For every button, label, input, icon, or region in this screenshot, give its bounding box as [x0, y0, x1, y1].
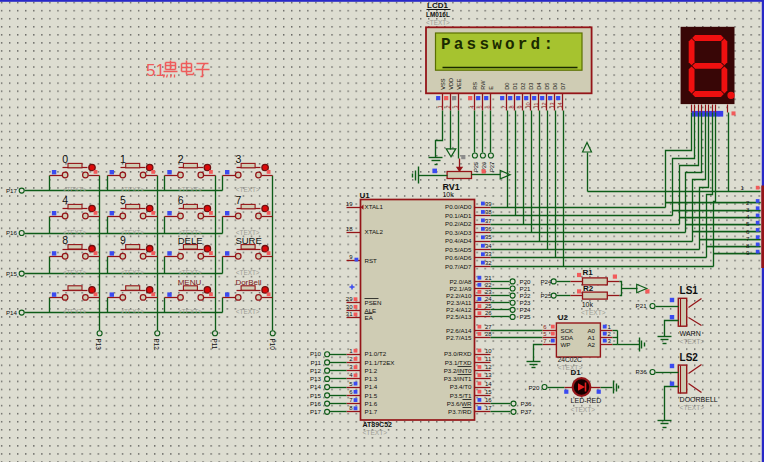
- svg-text:39: 39: [485, 201, 492, 207]
- svg-text:37: 37: [485, 218, 492, 224]
- svg-text:P14: P14: [6, 309, 18, 316]
- svg-text:26: 26: [485, 310, 492, 316]
- svg-text:U1: U1: [360, 191, 371, 200]
- svg-text:8: 8: [746, 242, 750, 249]
- svg-text:D2: D2: [521, 83, 527, 90]
- svg-text:10: 10: [485, 348, 492, 354]
- svg-text:P1.1/T2EX: P1.1/T2EX: [365, 359, 395, 366]
- svg-text:24C02C: 24C02C: [558, 356, 582, 363]
- svg-text:RS: RS: [473, 82, 479, 90]
- svg-text:P2.6/A14: P2.6/A14: [446, 327, 472, 334]
- svg-text:LM016L: LM016L: [426, 11, 450, 18]
- svg-text:1: 1: [741, 184, 745, 191]
- svg-text:P2.0/A8: P2.0/A8: [449, 278, 472, 285]
- svg-text:<TEXT>: <TEXT>: [178, 186, 202, 193]
- svg-text:<TEXT>: <TEXT>: [236, 186, 260, 193]
- svg-text:12: 12: [541, 102, 547, 108]
- svg-text:<TEXT>: <TEXT>: [63, 186, 87, 193]
- svg-text:PSEN: PSEN: [365, 299, 382, 306]
- svg-text:17: 17: [485, 405, 492, 411]
- svg-text:24: 24: [485, 296, 492, 302]
- svg-text:P12: P12: [310, 367, 322, 374]
- svg-text:D4: D4: [537, 83, 543, 90]
- svg-text:P2.1/A9: P2.1/A9: [449, 285, 472, 292]
- svg-text:30: 30: [346, 304, 353, 310]
- svg-text:P2.5/A13: P2.5/A13: [446, 313, 472, 320]
- svg-text:P0.3/AD3: P0.3/AD3: [445, 229, 472, 236]
- svg-text:LCD1: LCD1: [427, 1, 448, 10]
- svg-text:P3.4/T0: P3.4/T0: [450, 383, 472, 390]
- svg-text:13: 13: [549, 102, 555, 108]
- svg-text:E: E: [489, 86, 495, 90]
- svg-text:<TEXT>: <TEXT>: [63, 308, 87, 315]
- svg-text:P1.3: P1.3: [365, 375, 378, 382]
- svg-text:DorBell: DorBell: [235, 278, 261, 287]
- svg-text:13: 13: [485, 372, 492, 378]
- svg-text:5: 5: [120, 194, 126, 206]
- svg-text:8: 8: [62, 234, 68, 246]
- svg-text:6: 6: [178, 194, 184, 206]
- svg-text:22: 22: [485, 282, 492, 288]
- svg-text:25: 25: [485, 303, 492, 309]
- svg-text:11: 11: [533, 103, 539, 109]
- svg-text:P16: P16: [310, 400, 322, 407]
- svg-text:WARN: WARN: [680, 330, 701, 337]
- svg-text:P3.2/INT0: P3.2/INT0: [444, 367, 472, 374]
- svg-text:<TEXT>: <TEXT>: [680, 404, 705, 411]
- svg-text:33: 33: [485, 251, 492, 257]
- svg-text:D3: D3: [529, 83, 535, 90]
- svg-text:P0.1/AD1: P0.1/AD1: [445, 212, 472, 219]
- svg-text:VDD: VDD: [449, 78, 455, 90]
- svg-text:P15: P15: [310, 392, 322, 399]
- svg-text:SCK: SCK: [561, 327, 575, 334]
- svg-text:A1: A1: [587, 334, 595, 341]
- svg-text:P36: P36: [636, 368, 648, 375]
- svg-text:P22: P22: [520, 292, 532, 299]
- svg-text:P0.0/AD0: P0.0/AD0: [445, 203, 472, 210]
- svg-text:U2: U2: [558, 313, 569, 322]
- svg-text:EA: EA: [365, 314, 374, 321]
- svg-text:P2.2/A10: P2.2/A10: [446, 292, 472, 299]
- svg-text:28: 28: [485, 331, 492, 337]
- svg-text:P21: P21: [520, 285, 532, 292]
- svg-text:XTAL2: XTAL2: [365, 228, 384, 235]
- svg-text:D6: D6: [553, 83, 559, 90]
- svg-text:<TEXT>: <TEXT>: [178, 269, 202, 276]
- svg-text:<TEXT>: <TEXT>: [120, 186, 144, 193]
- svg-text:XTAL1: XTAL1: [365, 203, 384, 210]
- svg-text:9: 9: [746, 249, 750, 256]
- svg-text:P0.4/AD4: P0.4/AD4: [445, 237, 472, 244]
- svg-text:3: 3: [453, 105, 459, 108]
- svg-text:SDA: SDA: [561, 334, 575, 341]
- svg-text:P17: P17: [310, 408, 322, 415]
- svg-text:P3.3/INT1: P3.3/INT1: [444, 375, 472, 382]
- svg-text:P23: P23: [520, 299, 532, 306]
- svg-text:4: 4: [746, 213, 750, 220]
- svg-text:2: 2: [445, 105, 451, 108]
- svg-text:9: 9: [120, 234, 126, 246]
- svg-text:3: 3: [235, 153, 241, 165]
- svg-text:7: 7: [501, 105, 507, 108]
- svg-text:P20: P20: [520, 278, 532, 285]
- svg-text:P2.7/A15: P2.7/A15: [446, 334, 472, 341]
- svg-text:RST: RST: [365, 257, 378, 264]
- svg-text:P24: P24: [520, 306, 532, 313]
- svg-text:4: 4: [62, 194, 68, 206]
- svg-text:P15: P15: [6, 270, 18, 277]
- svg-text:RW: RW: [481, 80, 487, 90]
- svg-text:P3.1/TXD: P3.1/TXD: [445, 359, 472, 366]
- svg-text:3: 3: [746, 206, 750, 213]
- svg-text:DOORBELL: DOORBELL: [680, 396, 718, 403]
- svg-text:18: 18: [346, 226, 353, 232]
- svg-text:P2.3/A11: P2.3/A11: [447, 299, 473, 306]
- svg-text:P16: P16: [6, 229, 18, 236]
- svg-text:WP: WP: [561, 341, 571, 348]
- svg-text:10: 10: [525, 102, 531, 108]
- svg-text:D5: D5: [545, 83, 551, 90]
- svg-text:P21: P21: [636, 302, 648, 309]
- svg-text:DELE: DELE: [178, 235, 203, 246]
- svg-text:31: 31: [346, 311, 353, 317]
- svg-text:R1: R1: [583, 268, 594, 277]
- svg-text:32: 32: [485, 260, 492, 266]
- svg-text:6: 6: [746, 228, 750, 235]
